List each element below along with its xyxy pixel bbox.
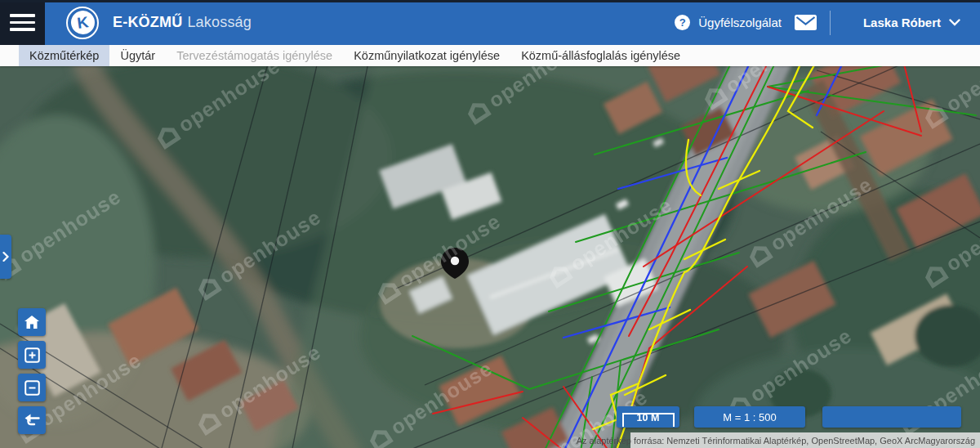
scale-bar: 10 M [617, 406, 679, 428]
envelope-icon [795, 15, 817, 30]
scale-bar-label: 10 M [637, 412, 660, 423]
chevron-down-icon [949, 19, 960, 26]
tab-ugytar[interactable]: Ügytár [109, 45, 166, 66]
chevron-right-icon [2, 252, 9, 262]
app-title: E-KÖZMŰLakosság [113, 14, 252, 31]
undo-button[interactable] [18, 406, 46, 434]
scale-ratio-selector[interactable]: M = 1 : 500 [694, 406, 805, 428]
header-right: ? Ügyfélszolgálat Laska Róbert [675, 0, 980, 45]
undo-arrow-icon [24, 414, 41, 428]
app-title-sub: Lakosság [187, 14, 252, 30]
user-name: Laska Róbert [863, 16, 941, 29]
zoom-out-button[interactable] [18, 374, 46, 401]
tab-kozmunyilatkozat[interactable]: Közműnyilatkozat igénylése [343, 45, 510, 66]
e-kozmu-app: K E-KÖZMŰLakosság ? Ügyfélszolgálat Lask… [0, 0, 980, 448]
satellite-map [0, 66, 980, 448]
home-icon [24, 316, 39, 329]
zoom-in-button[interactable] [18, 341, 46, 369]
user-menu[interactable]: Laska Róbert [831, 0, 980, 45]
logo-letter: K [69, 9, 96, 36]
coordinates-box[interactable] [822, 406, 961, 428]
scale-bar-bracket: 10 M [622, 413, 675, 427]
top-edge-strip [0, 0, 980, 2]
map-attribution: Az alaptérkép forrása: Nemzeti Térinform… [630, 432, 980, 448]
header-bar: K E-KÖZMŰLakosság ? Ügyfélszolgálat Lask… [0, 0, 980, 45]
hamburger-icon [10, 14, 35, 17]
map-viewport[interactable]: openhouse openhouse openhouse openhouse … [0, 66, 980, 448]
customer-service-link[interactable]: Ügyfélszolgálat [698, 16, 782, 29]
app-logo: K [66, 7, 99, 39]
tab-kozmuterkep[interactable]: Közműtérkép [19, 45, 109, 66]
zoom-in-icon [24, 347, 40, 363]
side-panel-toggle[interactable] [0, 235, 11, 279]
hamburger-menu-button[interactable] [0, 0, 45, 45]
tab-kozmu-allasfoglalas[interactable]: Közmű-állásfoglalás igénylése [510, 45, 691, 66]
mail-button[interactable] [795, 15, 817, 30]
tab-tervezestamogatas[interactable]: Tervezéstámogatás igénylése [166, 45, 343, 66]
help-icon[interactable]: ? [675, 15, 690, 30]
home-button[interactable] [18, 308, 46, 336]
zoom-out-icon [24, 380, 40, 396]
app-title-main: E-KÖZMŰ [113, 14, 182, 30]
main-nav: Közműtérkép Ügytár Tervezéstámogatás igé… [0, 45, 980, 66]
